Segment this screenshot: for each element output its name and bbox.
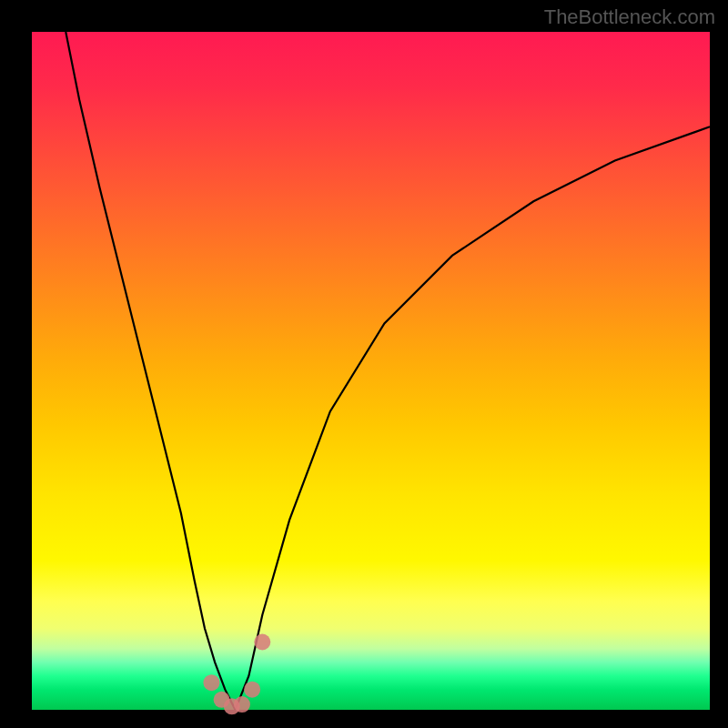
trough-dot: [244, 682, 260, 698]
trough-dot: [254, 634, 270, 651]
chart-svg: [32, 32, 710, 710]
trough-dot: [234, 696, 250, 713]
attribution-label: TheBottleneck.com: [544, 5, 715, 29]
curve-left-branch: [66, 32, 235, 710]
trough-dot: [203, 674, 219, 691]
trough-dots-group: [203, 634, 270, 715]
curve-right-branch: [236, 126, 711, 710]
